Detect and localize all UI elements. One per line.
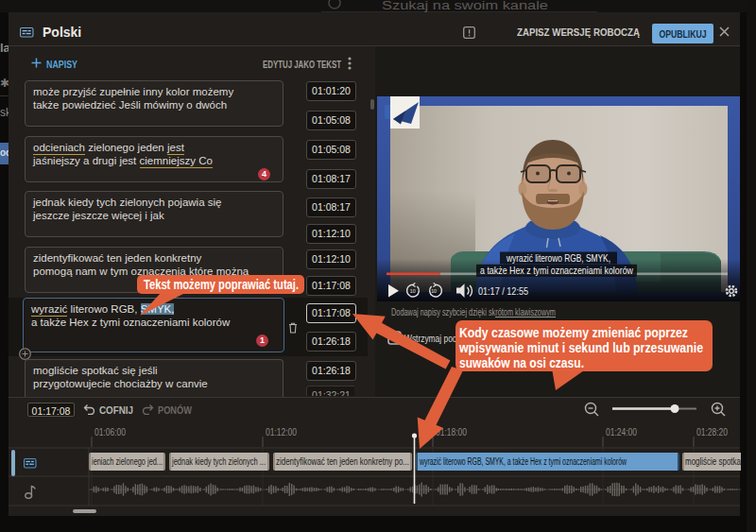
svg-text:wyrazić literowo RGB, SMYK, a: wyrazić literowo RGB, SMYK, a także Hex …: [419, 456, 627, 467]
svg-text:wyrazić literowo RGB, SMYK,: wyrazić literowo RGB, SMYK,: [506, 252, 610, 264]
svg-text:jednak kiedy tych zielonych ..: jednak kiedy tych zielonych ...: [171, 456, 266, 467]
svg-text:ieniach zielonego jed...: ieniach zielonego jed...: [92, 456, 163, 467]
svg-text:NAPISY: NAPISY: [46, 59, 77, 70]
svg-text:mogliście spotka: mogliście spotka: [685, 456, 741, 467]
svg-text:10: 10: [431, 288, 437, 294]
svg-text:zidentyfikować ten jeden konkr: zidentyfikować ten jeden konkretny po...: [276, 456, 409, 467]
svg-text:OPUBLIKUJ: OPUBLIKUJ: [660, 29, 707, 40]
svg-text:10: 10: [410, 288, 416, 294]
svg-text:PONÓW: PONÓW: [158, 404, 193, 416]
svg-text:Szukaj na swoim kanale: Szukaj na swoim kanale: [382, 0, 548, 12]
svg-text:EDYTUJ JAKO TEKST: EDYTUJ JAKO TEKST: [263, 59, 341, 70]
svg-text:a także Hex z tymi oznaczeniam: a także Hex z tymi oznaczeniami kolorów: [480, 265, 633, 276]
svg-text:Dodawaj napisy szybciej dzięki: Dodawaj napisy szybciej dzięki skrótom k…: [391, 306, 556, 317]
svg-text:01:17 / 12:55: 01:17 / 12:55: [478, 286, 528, 297]
svg-text:Wstrzymaj poc: Wstrzymaj poc: [404, 333, 456, 344]
svg-text:ZAPISZ WERSJĘ ROBOCZĄ: ZAPISZ WERSJĘ ROBOCZĄ: [517, 26, 640, 38]
svg-text:COFNIJ: COFNIJ: [99, 404, 133, 416]
